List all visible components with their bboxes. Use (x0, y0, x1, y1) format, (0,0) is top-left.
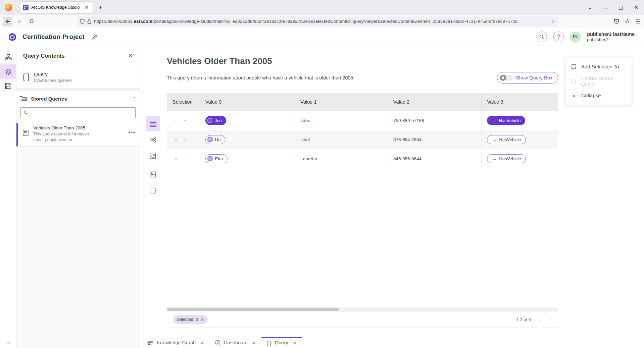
pagination-range: 1-3 of 3 (516, 317, 531, 322)
stored-query-description: This query returns information about peo… (33, 131, 92, 143)
window-minimize-button[interactable]: — (598, 5, 613, 10)
contents-layers-button[interactable] (0, 64, 16, 79)
close-tab-icon[interactable]: ✕ (293, 340, 297, 345)
stored-queries-label: Stored Queries (31, 96, 133, 102)
stored-queries-search[interactable] (20, 107, 136, 118)
tab-dashboard[interactable]: Dashboard ✕ (209, 337, 261, 348)
cell-value1: Lauretta (295, 149, 388, 168)
menu-hamburger-icon[interactable] (635, 19, 641, 24)
column-header-value0[interactable]: Value 0 (200, 93, 295, 111)
user-identity[interactable]: publisher2 lastName publisher2 (587, 31, 635, 43)
stored-queries-header[interactable]: Stored Queries ⌃ (16, 93, 140, 105)
previous-page-icon[interactable]: ‹ (540, 317, 541, 323)
clear-selection-icon[interactable]: ✕ (201, 317, 204, 322)
menu-item-add-selection-to[interactable]: Add Selection To (565, 59, 632, 74)
collapse-section-chevron-icon[interactable]: ⌃ (133, 96, 136, 101)
back-button[interactable] (3, 17, 12, 26)
menu-item-collapse[interactable]: » Collapse (565, 88, 632, 103)
new-tab-button[interactable]: + (99, 4, 103, 11)
toggle-switch-icon (500, 75, 513, 80)
address-bar[interactable]: https://dev0028833.esri.com/portal/apps/… (77, 16, 558, 26)
query-item-title: Query (34, 71, 72, 77)
selection-tool-button[interactable] (146, 183, 160, 198)
expand-rail-chevrons[interactable]: » (0, 340, 16, 345)
map-view-button[interactable] (146, 149, 160, 163)
scrollbar-thumb[interactable] (167, 308, 339, 311)
project-hierarchy-button[interactable] (0, 50, 16, 64)
section-divider (16, 88, 140, 91)
save-button[interactable] (0, 79, 16, 93)
tab-knowledge-graph[interactable]: Knowledge Graph ✕ (142, 337, 209, 348)
row-remove-button[interactable]: − (184, 137, 187, 142)
close-tab-icon[interactable]: ✕ (252, 340, 256, 345)
pocket-icon[interactable] (614, 19, 619, 24)
column-header-selection[interactable]: Selection (167, 93, 200, 111)
app-header: Certification Project ? PL publisher2 la… (0, 28, 644, 46)
show-query-box-toggle[interactable]: Show Query Box (497, 72, 558, 83)
relationship-pill[interactable]: →HasVehicle (487, 135, 526, 144)
results-table: Selection Value 0 Value 1 Value 2 Value … (167, 93, 558, 328)
entity-pill[interactable]: Uri (205, 135, 226, 144)
browser-tab[interactable]: ArcGIS Knowledge Studio ✕ (20, 2, 93, 13)
tab-close-icon[interactable]: ✕ (83, 5, 90, 10)
selected-count-label: Selected: 3 (177, 317, 198, 322)
relation-arrow-icon: → (492, 156, 496, 161)
tab-query[interactable]: { } Query ✕ (261, 337, 302, 348)
search-icon (24, 110, 29, 115)
menu-item-update-stored-query[interactable]: { } Update Stored Query (565, 74, 632, 88)
extensions-puzzle-icon[interactable] (625, 19, 630, 24)
query-result-description: This query returns information about peo… (167, 75, 354, 80)
horizontal-scrollbar[interactable] (167, 307, 558, 311)
row-remove-button[interactable]: − (184, 118, 187, 123)
braces-icon: { } (267, 340, 271, 346)
query-item-subtitle: Create new queries (34, 78, 72, 83)
stored-query-item[interactable]: Vehicles Older Than 2005 This query retu… (16, 123, 140, 147)
window-maximize-button[interactable]: ▢ (613, 4, 629, 10)
close-tab-icon[interactable]: ✕ (200, 340, 204, 345)
lock-icon[interactable] (87, 19, 91, 24)
column-header-value2[interactable]: Value 2 (388, 93, 482, 111)
add-to-map-button[interactable] (146, 167, 160, 182)
link-chart-view-button[interactable] (146, 132, 160, 147)
next-page-icon[interactable]: › (550, 317, 552, 323)
tab-list-chevron-icon[interactable]: ⌄ (582, 4, 598, 10)
item-options-kebab-icon[interactable]: ••• (128, 125, 136, 143)
url-text: https://dev0028833.esri.com/portal/apps/… (94, 19, 548, 24)
table-view-button[interactable] (146, 116, 160, 131)
row-remove-button[interactable]: − (184, 156, 187, 162)
relationship-pill[interactable]: →HasVehicle (487, 154, 526, 163)
window-close-button[interactable]: ✕ (629, 4, 644, 10)
entity-pill[interactable]: Joe (205, 116, 226, 125)
project-title: Certification Project (22, 33, 85, 41)
table-row[interactable]: +− Joe John 759-889-57168 →HasVehicle (167, 111, 558, 130)
forward-button[interactable] (15, 17, 24, 26)
bookmark-star-icon[interactable]: ☆ (551, 18, 555, 24)
left-rail: » (0, 46, 16, 348)
help-button[interactable]: ? (553, 32, 564, 42)
column-header-value3[interactable]: Value 3 (482, 93, 558, 111)
tracking-shield-icon[interactable] (80, 19, 85, 24)
braces-icon: { } (571, 78, 577, 84)
search-input[interactable] (31, 110, 132, 115)
reload-button[interactable] (27, 17, 36, 26)
row-add-button[interactable]: + (175, 118, 178, 123)
entity-pill[interactable]: Etta (205, 154, 228, 163)
search-button[interactable] (536, 32, 547, 42)
arcgis-knowledge-logo (8, 33, 17, 42)
row-add-button[interactable]: + (175, 156, 178, 162)
new-query-item[interactable]: { } Query Create new queries (16, 66, 140, 88)
edit-title-pencil-icon[interactable] (92, 34, 98, 40)
panel-close-icon[interactable]: ✕ (128, 52, 133, 59)
user-avatar[interactable]: PL (570, 32, 581, 43)
stored-query-doc-icon (18, 125, 33, 143)
column-header-value1[interactable]: Value 1 (295, 93, 388, 111)
selected-count-chip[interactable]: Selected: 3 ✕ (173, 315, 208, 324)
relationship-pill[interactable]: →HasVehicle (487, 116, 525, 125)
table-row[interactable]: +− Uri Uriel 578-654-7854 →HasVehicle (167, 130, 558, 149)
table-row[interactable]: +− Etta Lauretta 846-956-8644 →HasVehicl… (167, 149, 558, 168)
user-username: publisher2 (587, 37, 635, 43)
entity-dot-icon (207, 137, 213, 142)
row-add-button[interactable]: + (175, 137, 178, 142)
table-footer: Selected: 3 ✕ 1-3 of 3 ‹ › (167, 311, 558, 328)
add-selection-icon (571, 64, 577, 69)
